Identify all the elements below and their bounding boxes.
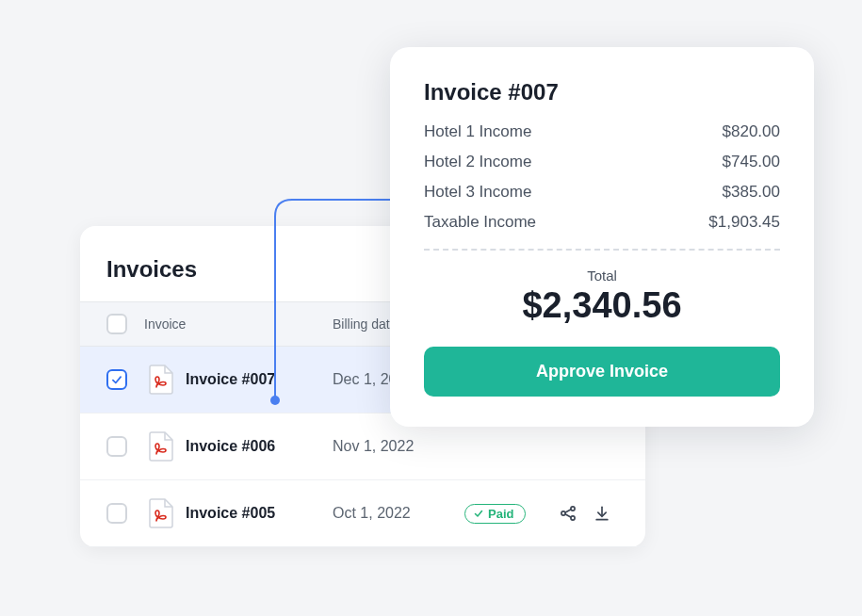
invoice-name: Invoice #007	[186, 371, 275, 388]
header-invoice-label: Invoice	[144, 316, 333, 332]
line-label: Hotel 3 Income	[424, 183, 531, 202]
share-icon[interactable]	[559, 504, 577, 523]
invoice-name: Invoice #005	[186, 505, 275, 522]
invoice-name: Invoice #006	[186, 438, 275, 455]
line-label: Taxable Income	[424, 213, 536, 232]
svg-point-0	[561, 511, 565, 515]
check-icon	[473, 508, 484, 519]
line-item: Hotel 2 Income $745.00	[424, 153, 780, 171]
svg-line-3	[565, 510, 571, 512]
divider	[424, 249, 780, 251]
line-label: Hotel 1 Income	[424, 122, 531, 141]
invoice-detail-card: Invoice #007 Hotel 1 Income $820.00 Hote…	[390, 47, 814, 427]
svg-line-4	[565, 514, 571, 517]
status-label: Paid	[488, 507, 513, 521]
line-item: Hotel 1 Income $820.00	[424, 122, 780, 141]
approve-invoice-button[interactable]: Approve Invoice	[424, 347, 780, 397]
line-amount: $820.00	[723, 122, 780, 141]
total-label: Total	[424, 267, 780, 284]
detail-title: Invoice #007	[424, 79, 780, 105]
table-row[interactable]: Invoice #005 Oct 1, 2022 Paid	[80, 480, 645, 547]
row-checkbox[interactable]	[106, 503, 127, 524]
svg-point-2	[571, 516, 575, 520]
invoice-date: Nov 1, 2022	[333, 438, 464, 455]
line-item: Taxable Income $1,903.45	[424, 213, 780, 232]
row-checkbox[interactable]	[106, 369, 127, 390]
line-label: Hotel 2 Income	[424, 153, 531, 171]
line-amount: $745.00	[723, 153, 780, 171]
pdf-file-icon	[148, 430, 174, 462]
invoice-date: Oct 1, 2022	[333, 505, 464, 522]
line-amount: $1,903.45	[708, 213, 780, 232]
select-all-checkbox[interactable]	[106, 314, 127, 334]
row-checkbox[interactable]	[106, 436, 127, 457]
line-amount: $385.00	[723, 183, 780, 202]
pdf-file-icon	[148, 497, 174, 529]
total-amount: $2,340.56	[424, 285, 780, 326]
line-item: Hotel 3 Income $385.00	[424, 183, 780, 202]
pdf-file-icon	[148, 364, 174, 396]
svg-point-1	[571, 507, 575, 511]
status-badge: Paid	[464, 504, 526, 524]
download-icon[interactable]	[593, 504, 611, 523]
